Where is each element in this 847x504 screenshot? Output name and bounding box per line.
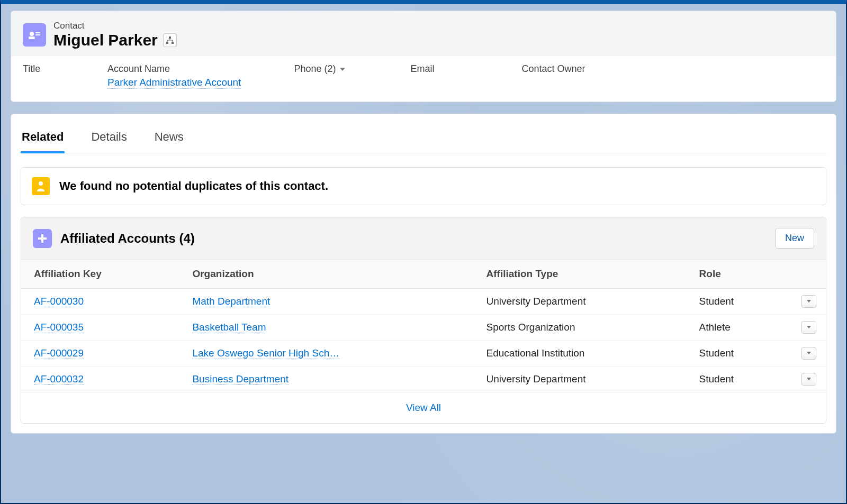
hierarchy-icon (166, 36, 174, 44)
duplicates-message: We found no potential duplicates of this… (59, 179, 328, 193)
col-affiliation-key[interactable]: Affiliation Key (21, 260, 179, 289)
chevron-down-icon (806, 325, 812, 329)
row-actions-menu[interactable] (801, 373, 816, 386)
tab-news[interactable]: News (154, 126, 185, 153)
affiliation-key-link[interactable]: AF-000029 (34, 347, 84, 359)
field-account-name: Account Name Parker Administrative Accou… (107, 63, 241, 89)
affiliations-table: Affiliation Key Organization Affiliation… (21, 260, 826, 392)
svg-rect-7 (172, 42, 174, 44)
chevron-down-icon (806, 351, 812, 355)
record-name: Miguel Parker (53, 31, 158, 49)
affiliation-type-cell: Educational Institution (474, 341, 687, 366)
field-label: Contact Owner (521, 63, 585, 75)
record-header: Contact Miguel Parker Title Account Name… (11, 11, 836, 102)
row-actions-menu[interactable] (801, 295, 816, 308)
svg-point-1 (30, 32, 34, 36)
organization-link[interactable]: Basketball Team (192, 322, 266, 333)
record-body: Related Details News We found no potenti… (11, 114, 836, 434)
role-cell: Student (687, 289, 789, 315)
field-label: Title (23, 63, 86, 75)
role-cell: Student (687, 341, 789, 366)
table-row: AF-000030Math DepartmentUniversity Depar… (21, 289, 826, 315)
svg-rect-4 (35, 34, 40, 35)
role-cell: Athlete (687, 315, 789, 341)
field-label: Account Name (107, 63, 241, 75)
row-actions-menu[interactable] (801, 321, 816, 334)
affiliated-accounts-card: Affiliated Accounts (4) New Affiliation … (21, 217, 826, 424)
chevron-down-icon (339, 63, 346, 75)
related-list-icon (33, 229, 52, 248)
object-label: Contact (53, 21, 177, 31)
svg-point-8 (39, 181, 43, 186)
field-phone[interactable]: Phone (2) (294, 63, 357, 89)
svg-rect-5 (169, 36, 171, 39)
affiliation-type-cell: Sports Organization (474, 315, 687, 341)
chevron-down-icon (806, 299, 812, 304)
svg-rect-3 (35, 32, 40, 33)
account-link[interactable]: Parker Administrative Account (107, 77, 241, 89)
tab-related[interactable]: Related (21, 126, 65, 153)
related-list-title[interactable]: Affiliated Accounts (4) (60, 231, 195, 246)
new-button[interactable]: New (775, 228, 814, 249)
field-email: Email (410, 63, 474, 89)
duplicate-icon (32, 177, 50, 195)
affiliation-type-cell: University Department (474, 366, 687, 392)
organization-link[interactable]: Math Department (192, 296, 270, 307)
organization-link[interactable]: Lake Oswego Senior High Sch… (192, 347, 339, 359)
svg-rect-6 (166, 42, 168, 44)
col-role[interactable]: Role (687, 260, 789, 289)
tabs: Related Details News (21, 114, 826, 153)
field-contact-owner: Contact Owner (521, 63, 585, 89)
affiliation-key-link[interactable]: AF-000030 (34, 296, 84, 307)
role-cell: Student (687, 366, 789, 392)
field-label: Email (410, 63, 474, 75)
affiliation-key-link[interactable]: AF-000035 (34, 322, 84, 333)
field-title: Title (23, 63, 86, 89)
field-label: Phone (2) (294, 63, 336, 75)
col-organization[interactable]: Organization (179, 260, 473, 289)
col-affiliation-type[interactable]: Affiliation Type (474, 260, 687, 289)
view-all-link[interactable]: View All (21, 392, 826, 423)
svg-rect-2 (29, 36, 35, 39)
duplicates-card: We found no potential duplicates of this… (21, 167, 826, 205)
contact-icon (23, 23, 46, 47)
table-row: AF-000029Lake Oswego Senior High Sch…Edu… (21, 341, 826, 366)
hierarchy-button[interactable] (163, 33, 177, 47)
chevron-down-icon (806, 377, 812, 381)
affiliation-key-link[interactable]: AF-000032 (34, 373, 84, 385)
affiliation-type-cell: University Department (474, 289, 687, 315)
table-row: AF-000032Business DepartmentUniversity D… (21, 366, 826, 392)
svg-rect-10 (38, 237, 47, 240)
table-row: AF-000035Basketball TeamSports Organizat… (21, 315, 826, 341)
tab-details[interactable]: Details (90, 126, 128, 153)
row-actions-menu[interactable] (801, 347, 816, 360)
organization-link[interactable]: Business Department (192, 373, 289, 385)
